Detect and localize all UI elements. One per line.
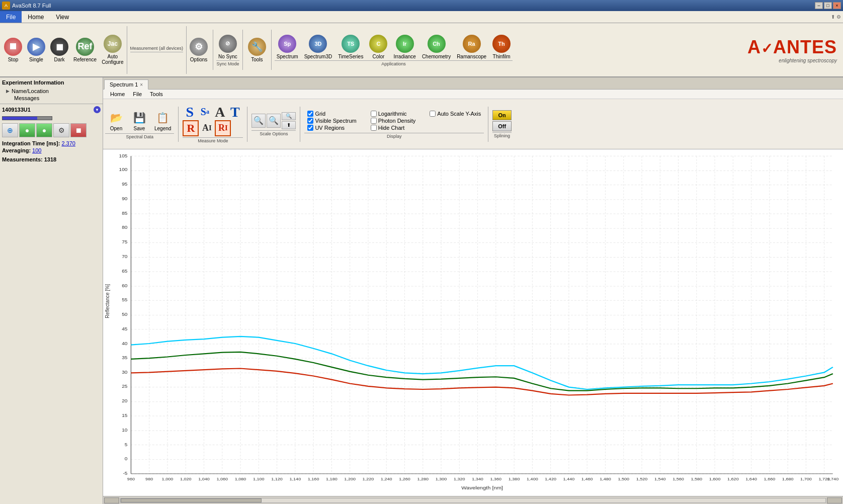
- spectrum-button[interactable]: Sp Spectrum: [275, 34, 300, 60]
- process-btn[interactable]: ⚙: [53, 123, 69, 137]
- color-label: Color: [372, 54, 384, 59]
- menu-view[interactable]: View: [50, 11, 75, 23]
- dark-icon: ◼: [50, 38, 68, 56]
- grid-checkbox[interactable]: [307, 111, 313, 117]
- active-btn-2[interactable]: ●: [36, 123, 52, 137]
- tree-item-messages[interactable]: Messages: [2, 95, 101, 102]
- svg-text:70: 70: [122, 254, 127, 259]
- averaging-value[interactable]: 100: [32, 147, 41, 153]
- stop-button[interactable]: ⏹ Stop: [2, 37, 24, 63]
- options-button[interactable]: ⚙ Options: [188, 37, 210, 63]
- svg-text:1,560: 1,560: [672, 477, 684, 481]
- open-label: Open: [110, 126, 122, 131]
- integration-time-value[interactable]: 2.370: [61, 140, 75, 146]
- close-button[interactable]: ×: [833, 2, 841, 9]
- h-scroll-track[interactable]: [120, 498, 826, 503]
- splining-on-button[interactable]: On: [492, 110, 512, 120]
- ai-mode-button[interactable]: AI: [200, 121, 214, 135]
- svg-text:95: 95: [122, 182, 127, 187]
- uv-regions-checkbox[interactable]: [307, 125, 313, 131]
- auto-scale-y-checkbox[interactable]: [430, 111, 436, 117]
- h-scroll-thumb[interactable]: [121, 498, 262, 502]
- visible-spectrum-checkbox[interactable]: [307, 118, 313, 124]
- spectrum3d-button[interactable]: 3D Spectrum3D: [302, 34, 334, 60]
- sec-nav-file[interactable]: File: [130, 91, 145, 98]
- svg-text:20: 20: [122, 398, 127, 403]
- hide-chart-check[interactable]: Hide Chart: [371, 125, 416, 131]
- zoom-custom-button[interactable]: 🔍: [282, 112, 296, 120]
- timeseries-button[interactable]: TS TimeSeries: [336, 34, 365, 60]
- maximize-button[interactable]: □: [824, 2, 832, 9]
- s-mode-button[interactable]: S: [183, 105, 197, 119]
- sa-mode-button[interactable]: Sa: [198, 105, 212, 119]
- menu-home[interactable]: Home: [22, 11, 50, 23]
- uv-regions-check[interactable]: UV Regions: [307, 125, 356, 131]
- scope-mode-btn[interactable]: ⊕: [2, 123, 18, 137]
- splining-group: On Off Splining: [492, 110, 512, 138]
- tree-item-name-location[interactable]: ▶ Name/Location: [2, 88, 101, 95]
- svg-text:25: 25: [122, 384, 127, 389]
- chemometry-button[interactable]: Ch Chemometry: [420, 34, 453, 60]
- sec-nav-home[interactable]: Home: [107, 91, 128, 98]
- stop-dev-btn[interactable]: ⏹: [70, 123, 87, 137]
- save-icon: 💾: [131, 110, 147, 126]
- svg-rect-0: [103, 149, 843, 496]
- ri-mode-button[interactable]: RI: [215, 120, 231, 136]
- save-button[interactable]: 💾 Save: [128, 109, 150, 132]
- tab-spectrum1-label: Spectrum 1: [110, 81, 138, 88]
- dark-button[interactable]: ◼ Dark: [48, 37, 70, 63]
- integration-time-row: Integration Time [ms]: 2.370: [2, 140, 101, 146]
- svg-text:60: 60: [122, 283, 127, 288]
- a-mode-button[interactable]: A: [213, 105, 227, 119]
- h-scroll-left[interactable]: [104, 497, 119, 503]
- legend-button[interactable]: 📋 Legend: [151, 109, 174, 132]
- chart-toolbar-sep-1: [178, 107, 179, 142]
- auto-scale-y-check[interactable]: Auto Scale Y-Axis: [430, 111, 481, 117]
- svg-text:1,020: 1,020: [180, 477, 192, 481]
- color-button[interactable]: C Color: [367, 34, 389, 60]
- display-checks-right: Logarithmic Photon Density Hide Chart: [368, 110, 419, 132]
- photon-density-checkbox[interactable]: [371, 118, 377, 124]
- tab-close-btn[interactable]: ×: [140, 82, 143, 88]
- hide-chart-checkbox[interactable]: [371, 125, 377, 131]
- zoom-in-button[interactable]: 🔍: [267, 114, 281, 128]
- t-mode-button[interactable]: T: [228, 105, 242, 119]
- ramanscope-button[interactable]: Ra Ramanscope: [455, 34, 488, 60]
- zoom-extra-button[interactable]: ⬆: [282, 121, 296, 129]
- r-mode-button[interactable]: R: [183, 120, 199, 136]
- open-button[interactable]: 📂 Open: [105, 109, 127, 132]
- zoom-out-button[interactable]: 🔍: [251, 114, 266, 128]
- bottom-scroll-bar[interactable]: [103, 496, 843, 504]
- integration-time-label: Integration Time [ms]:: [2, 140, 60, 146]
- chart-container: -5 0 5 10 15 20 25 30 35 40 45 50 55 60 …: [103, 149, 843, 496]
- tools-button[interactable]: 🔧 Tools: [246, 37, 268, 63]
- spectrum-label: Spectrum: [277, 54, 298, 59]
- single-button[interactable]: ▶ Single: [25, 37, 47, 63]
- visible-spectrum-check[interactable]: Visible Spectrum: [307, 118, 356, 124]
- sec-nav-tools[interactable]: Tools: [147, 91, 166, 98]
- no-sync-button[interactable]: ⊘ No Sync: [216, 34, 239, 60]
- splining-off-button[interactable]: Off: [492, 121, 512, 131]
- svg-text:100: 100: [119, 167, 128, 172]
- menu-file[interactable]: File: [0, 11, 22, 23]
- svg-text:85: 85: [122, 210, 127, 215]
- thinfilm-button[interactable]: Th Thinfilm: [490, 34, 513, 60]
- grid-check[interactable]: Grid: [307, 111, 356, 117]
- svg-text:1,320: 1,320: [454, 477, 465, 481]
- auto-configure-button[interactable]: Jac AutoConfigure: [100, 34, 125, 66]
- logarithmic-checkbox[interactable]: [371, 111, 377, 117]
- photon-density-check[interactable]: Photon Density: [371, 118, 416, 124]
- logarithmic-check[interactable]: Logarithmic: [371, 111, 416, 117]
- irradiance-button[interactable]: Ir Irradiance: [391, 34, 417, 60]
- h-scroll-right[interactable]: [827, 497, 842, 503]
- tree-item-messages-label: Messages: [14, 95, 39, 101]
- minimize-button[interactable]: –: [815, 2, 823, 9]
- tab-spectrum1[interactable]: Spectrum 1 ×: [104, 79, 148, 90]
- svg-text:1,380: 1,380: [509, 477, 520, 481]
- single-icon: ▶: [27, 38, 45, 56]
- device-collapse-btn[interactable]: ▼: [94, 106, 101, 113]
- chemometry-icon: Ch: [428, 35, 446, 53]
- window-controls: – □ ×: [815, 2, 841, 9]
- reference-button[interactable]: Ref Reference: [71, 37, 99, 63]
- active-btn-1[interactable]: ●: [19, 123, 35, 137]
